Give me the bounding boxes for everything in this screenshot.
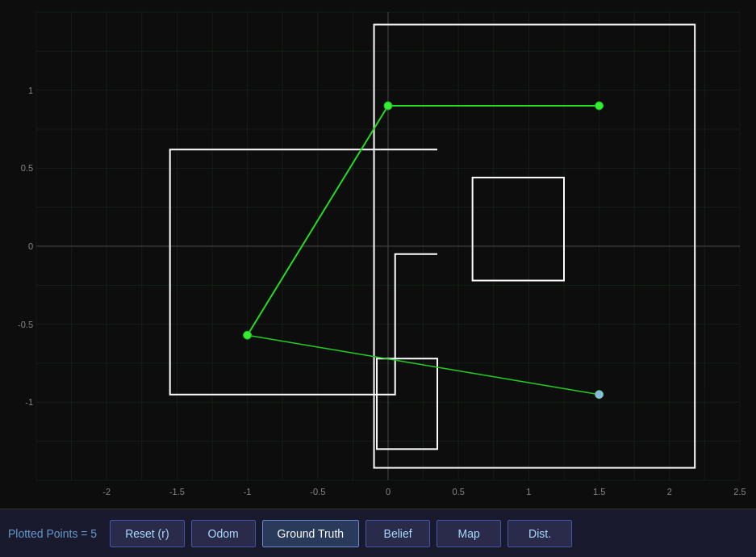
- chart-canvas: [0, 0, 756, 509]
- chart-area: [0, 0, 756, 509]
- map-button[interactable]: Map: [436, 520, 501, 547]
- ground-truth-button[interactable]: Ground Truth: [262, 520, 360, 547]
- plotted-points-label: Plotted Points = 5: [8, 527, 97, 540]
- reset-button[interactable]: Reset (r): [110, 520, 184, 547]
- dist-button[interactable]: Dist.: [507, 520, 572, 547]
- belief-button[interactable]: Belief: [365, 520, 430, 547]
- odom-button[interactable]: Odom: [191, 520, 256, 547]
- bottom-bar: Plotted Points = 5 Reset (r) Odom Ground…: [0, 509, 756, 557]
